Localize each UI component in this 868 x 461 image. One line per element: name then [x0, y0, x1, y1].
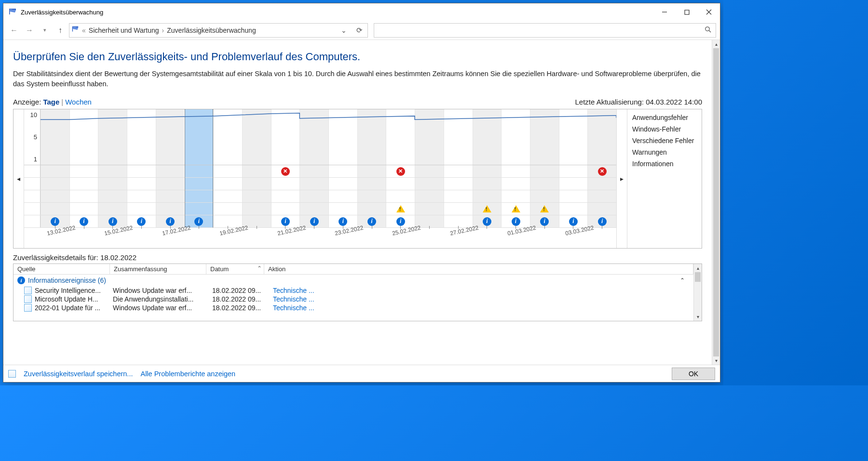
chart-day-column[interactable]: [501, 109, 530, 165]
breadcrumb-part-reliability[interactable]: Zuverlässigkeitsüberwachung: [167, 26, 256, 34]
scroll-down-icon[interactable]: ▾: [712, 356, 720, 365]
event-cell[interactable]: [213, 165, 242, 177]
event-cell[interactable]: [299, 203, 328, 215]
event-cell[interactable]: [98, 165, 127, 177]
detail-row[interactable]: Security Intelligence...Windows Update w…: [14, 286, 693, 295]
chart-day-column[interactable]: [530, 109, 559, 165]
event-cell[interactable]: [473, 190, 502, 202]
event-cell[interactable]: [587, 190, 616, 202]
event-cell[interactable]: [156, 178, 185, 190]
content-scrollbar[interactable]: ▴ ▾: [712, 40, 720, 365]
event-cell[interactable]: [444, 178, 473, 190]
event-cell[interactable]: [357, 165, 386, 177]
minimize-button[interactable]: [653, 3, 676, 21]
event-cell[interactable]: [415, 165, 444, 177]
event-cell[interactable]: [41, 203, 69, 215]
event-cell[interactable]: [185, 190, 214, 202]
chart-day-column[interactable]: [587, 109, 616, 165]
event-cell[interactable]: [473, 203, 502, 215]
event-cell[interactable]: [587, 165, 616, 177]
event-cell[interactable]: [185, 165, 214, 177]
breadcrumb-part-security[interactable]: Sicherheit und Wartung: [89, 26, 159, 34]
event-cell[interactable]: [386, 165, 415, 177]
chart-scroll-left-button[interactable]: ◂: [14, 109, 24, 248]
event-cell[interactable]: [530, 165, 559, 177]
event-cell[interactable]: [386, 190, 415, 202]
event-cell[interactable]: [559, 203, 588, 215]
event-cell[interactable]: [213, 178, 242, 190]
chart-day-column[interactable]: [559, 109, 588, 165]
event-cell[interactable]: [242, 178, 271, 190]
scroll-up-icon[interactable]: ▴: [694, 264, 702, 272]
view-weeks-link[interactable]: Wochen: [65, 98, 92, 106]
view-all-reports-link[interactable]: Alle Problemberichte anzeigen: [140, 370, 235, 378]
event-cell[interactable]: [501, 190, 530, 202]
ok-button[interactable]: OK: [672, 368, 715, 380]
event-cell[interactable]: [386, 203, 415, 215]
event-cell[interactable]: [127, 178, 156, 190]
col-header-datum[interactable]: Datum: [206, 264, 264, 274]
refresh-button[interactable]: ⟳: [353, 24, 366, 37]
event-cell[interactable]: [530, 190, 559, 202]
details-group-information[interactable]: Informationsereignisse (6) ⌃: [14, 275, 693, 286]
event-cell[interactable]: [357, 178, 386, 190]
event-cell[interactable]: [530, 203, 559, 215]
chart-day-column[interactable]: [473, 109, 502, 165]
nav-recent-button[interactable]: ▾: [38, 24, 52, 37]
event-cell[interactable]: [242, 165, 271, 177]
event-cell[interactable]: [444, 190, 473, 202]
event-cell[interactable]: [41, 178, 69, 190]
event-cell[interactable]: [98, 178, 127, 190]
nav-up-button[interactable]: ↑: [54, 24, 67, 37]
event-cell[interactable]: [386, 178, 415, 190]
detail-row[interactable]: Microsoft Update H...Die Anwendungsinsta…: [14, 295, 693, 303]
scroll-thumb[interactable]: [695, 272, 701, 282]
event-cell[interactable]: [69, 165, 98, 177]
event-cell[interactable]: [328, 178, 357, 190]
event-cell[interactable]: [328, 203, 357, 215]
event-cell[interactable]: [185, 203, 214, 215]
event-cell[interactable]: [415, 178, 444, 190]
chart-day-column[interactable]: [127, 109, 156, 165]
chart-day-column[interactable]: [185, 109, 214, 165]
save-history-link[interactable]: Zuverlässigkeitsverlauf speichern...: [24, 370, 133, 378]
technical-details-link[interactable]: Technische ...: [273, 287, 318, 294]
event-cell[interactable]: [127, 203, 156, 215]
event-cell[interactable]: [127, 165, 156, 177]
event-cell[interactable]: [501, 165, 530, 177]
event-cell[interactable]: [415, 190, 444, 202]
nav-forward-button[interactable]: →: [23, 24, 36, 37]
chart-day-column[interactable]: [98, 109, 127, 165]
event-cell[interactable]: [156, 165, 185, 177]
chart-scroll-right-button[interactable]: ▸: [616, 109, 627, 248]
details-scrollbar[interactable]: ▴ ▾: [693, 264, 702, 321]
chart-day-column[interactable]: [299, 109, 328, 165]
event-cell[interactable]: [530, 178, 559, 190]
event-cell[interactable]: [69, 178, 98, 190]
event-cell[interactable]: [98, 203, 127, 215]
event-cell[interactable]: [473, 165, 502, 177]
breadcrumb-ellipsis[interactable]: «: [82, 26, 86, 34]
event-cell[interactable]: [357, 203, 386, 215]
event-cell[interactable]: [587, 203, 616, 215]
chart-day-column[interactable]: [271, 109, 300, 165]
event-cell[interactable]: [299, 190, 328, 202]
nav-back-button[interactable]: ←: [7, 24, 21, 37]
chart-day-column[interactable]: [69, 109, 98, 165]
event-cell[interactable]: [98, 190, 127, 202]
chart-day-column[interactable]: [415, 109, 444, 165]
event-cell[interactable]: [299, 165, 328, 177]
event-cell[interactable]: [69, 203, 98, 215]
detail-row[interactable]: 2022-01 Update für ...Windows Update war…: [14, 303, 693, 312]
event-cell[interactable]: [41, 165, 69, 177]
chart-day-column[interactable]: [357, 109, 386, 165]
event-cell[interactable]: [271, 190, 300, 202]
col-header-aktion[interactable]: Aktion: [264, 264, 693, 274]
event-cell[interactable]: [357, 190, 386, 202]
chart-plot-area[interactable]: [41, 109, 616, 165]
event-cell[interactable]: [559, 178, 588, 190]
event-cell[interactable]: [587, 178, 616, 190]
address-dropdown-button[interactable]: ⌄: [338, 24, 350, 37]
event-cell[interactable]: [69, 190, 98, 202]
event-cell[interactable]: [559, 190, 588, 202]
